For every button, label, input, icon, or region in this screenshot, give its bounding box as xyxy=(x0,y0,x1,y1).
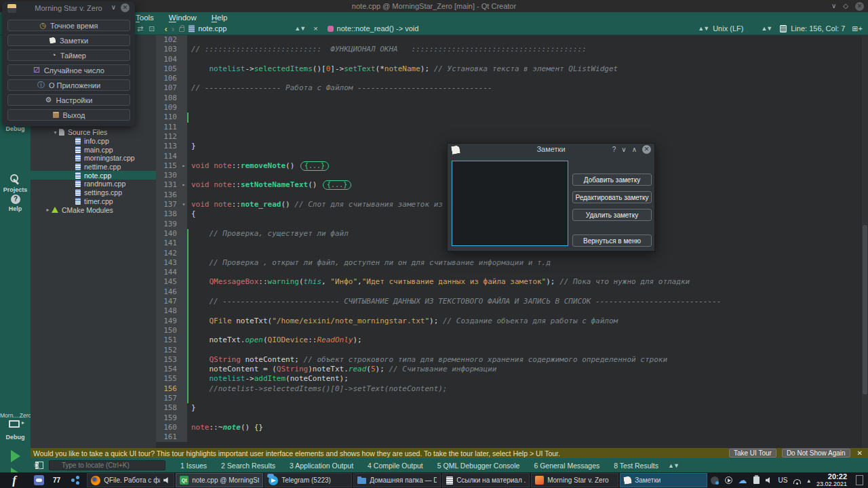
kit-selector-icon[interactable] xyxy=(9,420,20,428)
line-number[interactable]: 154 xyxy=(156,365,180,374)
taskbar-window-folder[interactable]: Домашняя папка — D... xyxy=(353,473,441,487)
dice-menu-button[interactable]: Случайное число xyxy=(7,64,130,76)
locator-input[interactable] xyxy=(49,460,165,470)
line-number[interactable]: 102 xyxy=(156,35,180,45)
dialog-close-icon[interactable]: ✕ xyxy=(642,145,651,154)
document-settings-icon[interactable] xyxy=(780,25,787,33)
tree-item-nettime-cpp[interactable]: nettime.cpp xyxy=(31,163,156,171)
output-pane-6-general-messages[interactable]: 6 General Messages xyxy=(534,462,599,470)
tree-item-settings-cpp[interactable]: settings.cpp xyxy=(31,188,156,197)
maximize-icon[interactable]: ◇ xyxy=(843,1,848,12)
kde-tray-icon[interactable] xyxy=(711,476,719,485)
line-number[interactable]: 161 xyxy=(156,432,180,442)
taskbar-window-document[interactable]: Ссылки на материал ... xyxy=(442,473,530,487)
fold-marker[interactable]: ▾ xyxy=(180,200,187,209)
output-pane-4-compile-output[interactable]: 4 Compile Output xyxy=(368,462,423,470)
line-number[interactable]: 138 xyxy=(156,209,180,219)
fold-chip[interactable]: {...} xyxy=(300,161,329,171)
split-editor-icon[interactable]: ⊞+ xyxy=(852,24,863,33)
split-horizontal-icon[interactable]: ⇄ xyxy=(137,24,143,33)
forward-icon[interactable]: › xyxy=(172,24,174,34)
timer-menu-button[interactable]: Таймер xyxy=(7,49,130,61)
line-number[interactable]: 111 xyxy=(156,123,180,132)
dialog-button-вернуться[interactable]: Вернуться в меню xyxy=(572,235,652,247)
line-number[interactable]: 130 xyxy=(156,171,180,180)
clock-menu-button[interactable]: Точное время xyxy=(7,20,130,31)
line-number[interactable]: 106 xyxy=(156,74,180,83)
clipboard-tray-icon[interactable] xyxy=(753,476,760,484)
menu-window[interactable]: Window xyxy=(169,14,197,22)
tray-expander-icon[interactable]: ▴ xyxy=(807,477,810,484)
document-dropdown-icon[interactable]: ▲▼ xyxy=(294,25,305,32)
speaker-tray-icon[interactable] xyxy=(766,477,772,484)
line-number[interactable]: 103 xyxy=(156,45,180,54)
output-pane-5-qml-debugger-console[interactable]: 5 QML Debugger Console xyxy=(437,462,520,470)
output-pane-1-issues[interactable]: 1 Issues xyxy=(180,462,207,470)
wifi-icon[interactable] xyxy=(793,479,801,484)
taskbar-window-telegram[interactable]: Telegram (5223) xyxy=(264,473,352,487)
menu-tools[interactable]: Tools xyxy=(136,14,154,22)
line-number[interactable]: 140 xyxy=(156,229,180,239)
line-ending-selector[interactable]: Unix (LF) xyxy=(713,24,743,33)
mode-projects-label[interactable]: Projects xyxy=(0,186,31,193)
line-number[interactable]: 109 xyxy=(156,103,180,113)
fold-chip[interactable]: {...} xyxy=(323,180,351,190)
line-number[interactable]: 141 xyxy=(156,239,180,248)
tree-item-main-cpp[interactable]: main.cpp xyxy=(31,145,156,154)
cursor-position[interactable]: Line: 156, Col: 7 xyxy=(791,24,845,33)
minimize-icon[interactable]: ∨ xyxy=(831,1,836,12)
tree-item-timer-cpp[interactable]: timer.cpp xyxy=(31,197,156,206)
line-number[interactable]: 146 xyxy=(156,287,180,297)
line-number[interactable]: 144 xyxy=(156,268,180,277)
editor-scrollbar[interactable] xyxy=(862,35,868,448)
line-number[interactable]: 155 xyxy=(156,374,180,384)
line-number[interactable]: 157 xyxy=(156,394,180,403)
kit-debug-label[interactable]: Debug xyxy=(0,434,31,441)
line-number[interactable]: 131 xyxy=(156,180,180,190)
taskbar-window-qtcreator[interactable]: Qtnote.cpp @ MorningSt... xyxy=(176,473,263,487)
show-desktop-button[interactable] xyxy=(856,475,863,485)
line-number[interactable]: 147 xyxy=(156,297,180,306)
notes-list[interactable] xyxy=(452,161,568,246)
panes-dropdown-icon[interactable]: ▲▼ xyxy=(668,462,679,469)
taskbar-window-firefox[interactable]: QFile. Работа с фа... xyxy=(87,473,174,487)
dialog-minimize-icon[interactable]: ∨ xyxy=(621,146,626,153)
line-number[interactable]: 142 xyxy=(156,249,180,258)
do-not-show-again-button[interactable]: Do Not Show Again xyxy=(782,449,850,458)
line-number[interactable]: 153 xyxy=(156,355,180,365)
clock[interactable]: 20:22 23.02.2021 xyxy=(816,473,847,487)
line-number[interactable]: 158 xyxy=(156,403,180,413)
tree-item-source-files[interactable]: ▾Source Files xyxy=(31,128,156,137)
line-number[interactable]: 136 xyxy=(156,190,180,200)
cloud-tray-icon[interactable] xyxy=(738,476,747,485)
fold-marker[interactable]: ▸ xyxy=(180,161,187,171)
line-number[interactable]: 137 xyxy=(156,200,180,209)
line-number[interactable]: 151 xyxy=(156,336,180,345)
line-number[interactable]: 112 xyxy=(156,132,180,142)
dialog-button-удалить[interactable]: Удалить заметку xyxy=(572,209,652,221)
tree-item-morningstar-cpp[interactable]: morningstar.cpp xyxy=(31,154,156,163)
scrollbar-handle[interactable] xyxy=(863,225,867,394)
line-number[interactable]: 143 xyxy=(156,258,180,268)
tour-close-icon[interactable]: ✕ xyxy=(857,449,863,457)
discord-icon[interactable] xyxy=(34,475,44,485)
keyboard-layout[interactable]: US xyxy=(778,476,788,484)
take-ui-tour-button[interactable]: Take UI Tour xyxy=(729,449,776,458)
taskbar-window-morningstar[interactable]: Morning Star v. Zero xyxy=(531,473,618,487)
morningstar-close-icon[interactable]: ✕ xyxy=(121,3,130,12)
menu-help[interactable]: Help xyxy=(212,14,228,22)
tree-item-randnum-cpp[interactable]: randnum.cpp xyxy=(31,180,156,188)
output-pane-3-application-output[interactable]: 3 Application Output xyxy=(290,462,353,470)
mode-help-label[interactable]: Help xyxy=(0,205,31,212)
help-mode-icon[interactable]: ? xyxy=(11,195,20,204)
expander-icon[interactable]: ▾ xyxy=(52,129,59,136)
line-number[interactable]: 145 xyxy=(156,277,180,287)
line-number[interactable]: 105 xyxy=(156,64,180,74)
tree-item-note-cpp[interactable]: note.cpp xyxy=(31,171,156,180)
line-number[interactable]: 107 xyxy=(156,83,180,93)
morningstar-minimize-icon[interactable]: ∨ xyxy=(111,3,116,11)
symbol-breadcrumb[interactable]: note::note_read() -> void xyxy=(337,24,419,33)
notes-dialog-titlebar[interactable]: Заметки ? ∨ ∧ ✕ xyxy=(448,144,654,156)
mode-debug-label[interactable]: Debug xyxy=(0,125,31,132)
expander-icon[interactable]: ▸ xyxy=(44,207,52,213)
